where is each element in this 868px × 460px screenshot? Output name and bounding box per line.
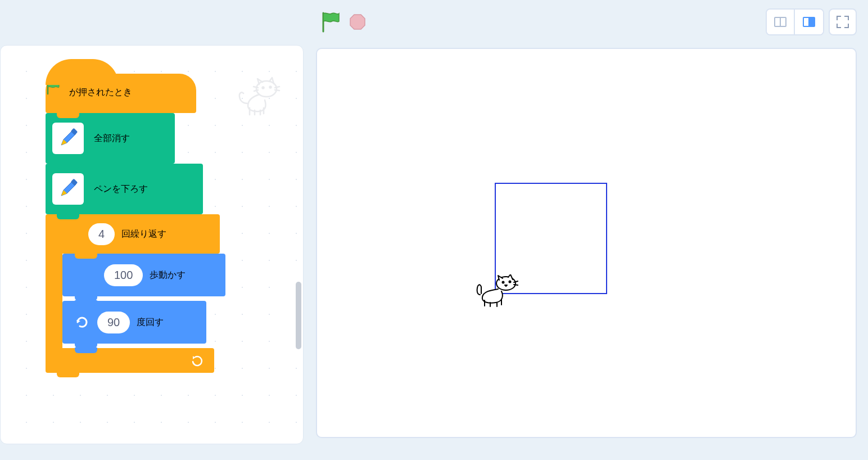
svg-marker-0 [350,15,365,29]
erase-label: 全部消す [94,133,130,145]
repeat-count-input[interactable]: 4 [88,223,115,245]
small-stage-button[interactable] [767,10,795,34]
repeat-block[interactable]: 4 回繰り返す 100 歩動かす 90 [46,214,220,373]
cat-sprite[interactable] [476,274,518,310]
stage[interactable] [316,48,857,438]
repeat-label: 回繰り返す [121,228,166,240]
erase-all-block[interactable]: 全部消す [46,113,175,164]
small-layout-icon [774,17,786,27]
sprite-watermark [236,76,281,118]
svg-point-8 [509,281,511,283]
move-steps-input[interactable]: 100 [104,264,143,286]
svg-point-3 [270,87,272,88]
svg-point-7 [503,282,504,283]
loop-arrow-icon [191,354,204,371]
turn-degrees-input[interactable]: 90 [97,312,130,333]
large-stage-button[interactable] [795,10,823,34]
flag-icon [46,87,62,97]
fullscreen-icon [837,16,849,28]
pen-down-label: ペンを下ろす [94,183,148,195]
large-layout-icon [803,17,815,27]
pen-extension-icon [52,173,84,205]
stop-button[interactable] [349,13,366,30]
move-label: 歩動かす [150,269,186,281]
hat-label: が押されたとき [69,87,132,97]
green-flag-button[interactable] [320,11,341,33]
pen-down-block[interactable]: ペンを下ろす [46,164,203,214]
move-steps-block[interactable]: 100 歩動かす [62,254,225,296]
turn-degrees-block[interactable]: 90 度回す [62,301,206,344]
svg-point-2 [263,87,264,89]
when-flag-clicked-block[interactable]: が押されたとき [46,74,196,113]
scripts-area[interactable]: が押されたとき 全部消す [0,45,304,444]
turn-ccw-icon [74,314,91,331]
fullscreen-button[interactable] [829,8,857,35]
turn-label: 度回す [137,317,164,328]
pen-extension-icon [52,123,84,154]
